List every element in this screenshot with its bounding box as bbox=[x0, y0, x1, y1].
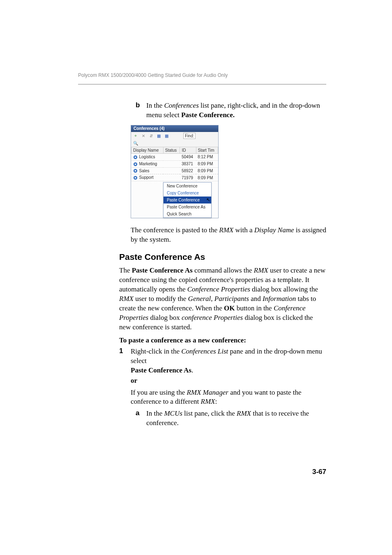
cell bbox=[163, 153, 180, 160]
step-1-marker: 1 bbox=[119, 347, 131, 375]
text: In the bbox=[146, 102, 164, 109]
conference-icon bbox=[133, 155, 138, 160]
text: Display Name bbox=[254, 226, 294, 234]
table-row[interactable]: Logistics 50494 8:12 PM bbox=[131, 153, 218, 160]
step-1-body: Right-click in the Conferences List pane… bbox=[131, 347, 326, 375]
cell: 8:09 PM bbox=[196, 174, 218, 181]
toolbar-row-2: 🔍 bbox=[131, 140, 218, 147]
conference-icon bbox=[133, 169, 138, 173]
menu-copy-conference[interactable]: Copy Conference bbox=[164, 190, 211, 197]
header-rule bbox=[78, 84, 326, 85]
conferences-table: Display Name Status ID Start Tim Logisti… bbox=[131, 147, 218, 181]
text: If you are using the bbox=[131, 388, 187, 396]
text: Paste Conference As bbox=[131, 366, 191, 374]
text: RMX bbox=[237, 409, 251, 417]
table-row[interactable]: Marketing 38371 8:09 PM bbox=[131, 160, 218, 167]
text: Paste Conference As bbox=[132, 266, 193, 274]
cell: 50494 bbox=[180, 153, 196, 160]
text: Conferences List bbox=[181, 347, 228, 355]
text: RMX Manager bbox=[187, 388, 228, 396]
context-menu: New Conference Copy Conference Paste Con… bbox=[163, 182, 212, 218]
page-number: 3-67 bbox=[312, 468, 326, 476]
menu-paste-conference[interactable]: Paste Conference bbox=[164, 197, 211, 204]
text: OK bbox=[224, 304, 235, 312]
hierarchy-icon[interactable]: ⇵ bbox=[148, 133, 154, 139]
text: Paste Conference. bbox=[181, 111, 235, 119]
text: , bbox=[211, 295, 214, 303]
svg-point-1 bbox=[134, 156, 136, 158]
text: RMX bbox=[254, 266, 268, 274]
step-a-body: In the MCUs list pane, click the RMX tha… bbox=[146, 409, 326, 428]
cell: 58922 bbox=[180, 167, 196, 174]
cell bbox=[163, 174, 180, 181]
step-a-marker: a bbox=[136, 409, 146, 428]
text: Right-click in the bbox=[131, 347, 181, 355]
conferences-pane: Conferences (4) ＋ ✕ ⇵ ▦ ▦ Find: 🔍 bbox=[131, 125, 219, 218]
menu-paste-conference-as[interactable]: Paste Conference As bbox=[164, 204, 211, 210]
col-display-name[interactable]: Display Name bbox=[131, 147, 164, 153]
cell: 8:12 PM bbox=[196, 153, 218, 160]
svg-point-5 bbox=[134, 170, 136, 172]
menu-new-conference[interactable]: New Conference bbox=[164, 183, 211, 190]
body-paragraph: The Paste Conference As command allows t… bbox=[119, 266, 326, 332]
step-a: a In the MCUs list pane, click the RMX t… bbox=[136, 409, 326, 428]
cell bbox=[163, 167, 180, 174]
table-row[interactable]: Support 71979 8:09 PM bbox=[131, 174, 218, 181]
text: dialog box bbox=[148, 314, 182, 321]
text: conference Properties bbox=[182, 314, 243, 321]
cell: Logistics bbox=[139, 155, 155, 159]
step-b-body: In the Conferences list pane, right-clic… bbox=[146, 101, 326, 120]
text: button in the bbox=[235, 304, 273, 312]
text: Participants bbox=[214, 295, 249, 303]
running-header: Polycom RMX 1500/2000/4000 Getting Start… bbox=[78, 72, 326, 78]
cell: 71979 bbox=[180, 174, 196, 181]
if-paragraph: If you are using the RMX Manager and you… bbox=[131, 388, 326, 407]
cell: 8:09 PM bbox=[196, 167, 218, 174]
cell bbox=[163, 160, 180, 167]
find-label: Find: bbox=[185, 134, 194, 138]
text: General bbox=[188, 295, 211, 303]
find-box[interactable]: Find: bbox=[183, 133, 196, 139]
text: . bbox=[191, 366, 193, 374]
step-1: 1 Right-click in the Conferences List pa… bbox=[119, 347, 326, 375]
cell: Support bbox=[139, 175, 154, 180]
cell: Sales bbox=[139, 169, 150, 173]
or-text: or bbox=[131, 376, 326, 386]
procedure-heading: To paste a conference as a new conferenc… bbox=[119, 336, 326, 345]
embedded-screenshot: Conferences (4) ＋ ✕ ⇵ ▦ ▦ Find: 🔍 bbox=[131, 125, 326, 218]
conference-icon bbox=[133, 176, 138, 180]
step-b: b In the Conferences list pane, right-cl… bbox=[136, 101, 326, 120]
grid-icon[interactable]: ▦ bbox=[156, 133, 161, 139]
step-b-marker: b bbox=[136, 101, 146, 120]
text: Information bbox=[263, 295, 296, 303]
menu-quick-search[interactable]: Quick Search bbox=[164, 210, 211, 217]
text: list pane, click the bbox=[182, 409, 237, 417]
cell: 38371 bbox=[180, 160, 196, 167]
svg-point-7 bbox=[134, 177, 136, 179]
cell: Marketing bbox=[139, 162, 157, 166]
col-id[interactable]: ID bbox=[180, 147, 196, 153]
text: user to modify the bbox=[134, 295, 188, 303]
cell: 8:09 PM bbox=[196, 160, 218, 167]
text: dialog box allowing the bbox=[250, 285, 318, 293]
table-row[interactable]: Sales 58922 8:09 PM bbox=[131, 167, 218, 174]
text: Conference Properties bbox=[187, 285, 250, 293]
text: MCUs bbox=[164, 409, 182, 417]
toolbar: ＋ ✕ ⇵ ▦ ▦ Find: bbox=[131, 132, 218, 140]
search-icon[interactable]: 🔍 bbox=[133, 141, 138, 146]
svg-point-3 bbox=[134, 163, 136, 165]
grid-icon[interactable]: ▦ bbox=[164, 133, 169, 139]
text: The bbox=[119, 266, 132, 274]
text: In the bbox=[146, 409, 164, 417]
pane-title: Conferences (4) bbox=[131, 125, 218, 132]
delete-icon[interactable]: ✕ bbox=[141, 133, 146, 139]
col-status[interactable]: Status bbox=[163, 147, 180, 153]
add-icon[interactable]: ＋ bbox=[133, 133, 138, 139]
conference-icon bbox=[133, 162, 138, 166]
text: RMX bbox=[119, 295, 134, 303]
col-start-time[interactable]: Start Tim bbox=[196, 147, 218, 153]
text: RMX bbox=[201, 398, 215, 405]
text: : bbox=[215, 398, 217, 405]
text: command allows the bbox=[193, 266, 254, 274]
text: with a bbox=[233, 226, 254, 234]
